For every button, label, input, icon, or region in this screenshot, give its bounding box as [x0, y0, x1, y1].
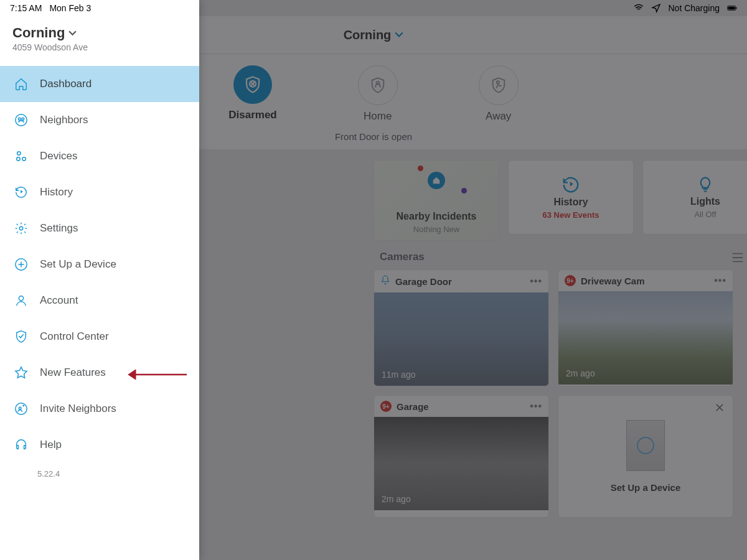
- svg-point-9: [19, 226, 23, 230]
- nav-label: Help: [40, 439, 62, 451]
- drawer-location[interactable]: Corning: [12, 25, 187, 41]
- battery-icon: [727, 3, 737, 13]
- nav-drawer: Corning 4059 Woodson Ave Dashboard Neigh…: [0, 0, 199, 560]
- status-time: 7:15 AM: [10, 3, 42, 13]
- svg-point-13: [19, 407, 21, 409]
- nav-label: Settings: [40, 222, 78, 235]
- history-icon: [14, 185, 29, 200]
- chevron-down-icon: [68, 29, 77, 37]
- nav-label: Control Center: [40, 330, 109, 343]
- status-date: Mon Feb 3: [49, 3, 91, 13]
- svg-point-4: [18, 118, 21, 120]
- svg-point-6: [17, 152, 21, 156]
- drawer-location-label: Corning: [12, 25, 65, 41]
- shield-check-icon: [14, 329, 29, 344]
- nav-history[interactable]: History: [0, 174, 199, 210]
- drawer-address: 4059 Woodson Ave: [12, 42, 187, 52]
- svg-rect-15: [728, 7, 735, 10]
- nav-label: History: [40, 186, 73, 198]
- nav-account[interactable]: Account: [0, 282, 199, 319]
- location-icon: [651, 3, 661, 13]
- nav-label: Account: [40, 294, 78, 307]
- nav-label: Invite Neighbors: [40, 403, 116, 415]
- devices-icon: [14, 149, 29, 164]
- plus-circle-icon: [14, 257, 29, 272]
- home-icon: [14, 77, 29, 91]
- user-icon: [14, 293, 29, 308]
- svg-rect-16: [736, 7, 736, 9]
- status-bar: 7:15 AM Mon Feb 3 Not Charging: [0, 0, 747, 16]
- svg-point-7: [17, 157, 21, 161]
- nav-dashboard[interactable]: Dashboard: [0, 66, 199, 102]
- annotation-arrow: [127, 367, 188, 385]
- wifi-icon: [634, 3, 644, 13]
- headset-icon: [14, 437, 29, 452]
- group-icon: [14, 113, 29, 128]
- gear-icon: [14, 221, 29, 236]
- nav-label: Neighbors: [40, 114, 88, 126]
- app-frame: Corning Disarmed Home Away Front Door is…: [0, 0, 747, 560]
- app-version: 5.22.4: [0, 463, 199, 485]
- nav-invite-neighbors[interactable]: Invite Neighbors: [0, 391, 199, 427]
- nav-setup-device[interactable]: Set Up a Device: [0, 246, 199, 282]
- nav-list: Dashboard Neighbors Devices History Sett…: [0, 66, 199, 463]
- nav-label: Dashboard: [40, 78, 92, 90]
- nav-devices[interactable]: Devices: [0, 138, 199, 174]
- svg-point-8: [22, 157, 26, 161]
- nav-help[interactable]: Help: [0, 427, 199, 463]
- nav-label: New Features: [40, 366, 106, 379]
- svg-point-5: [22, 118, 24, 120]
- status-charge: Not Charging: [669, 3, 720, 13]
- invite-icon: [14, 401, 29, 416]
- svg-point-11: [19, 296, 23, 301]
- nav-label: Devices: [40, 150, 77, 162]
- svg-point-3: [16, 114, 27, 126]
- nav-control-center[interactable]: Control Center: [0, 319, 199, 355]
- nav-label: Set Up a Device: [40, 258, 116, 271]
- nav-neighbors[interactable]: Neighbors: [0, 102, 199, 138]
- nav-settings[interactable]: Settings: [0, 210, 199, 246]
- drawer-header[interactable]: Corning 4059 Woodson Ave: [0, 16, 199, 58]
- star-icon: [14, 365, 29, 380]
